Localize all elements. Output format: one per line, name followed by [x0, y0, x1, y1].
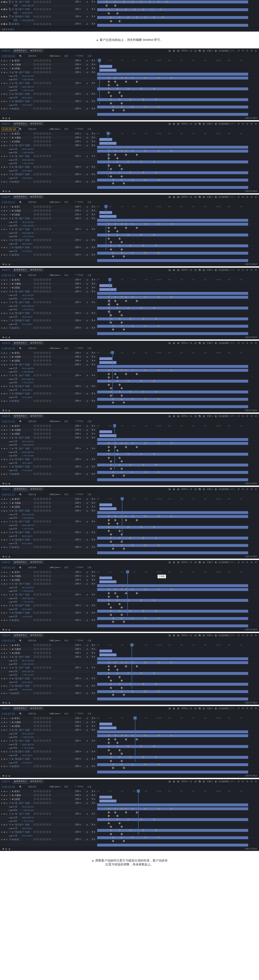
layer-name[interactable]: ★ "窗一窗户" 轮廓: [12, 729, 33, 732]
prop-value[interactable]: 301.0,184.5%: [22, 806, 34, 808]
layer-name[interactable]: [■ 建筑]: [12, 546, 33, 549]
layer-switches[interactable]: [33, 363, 51, 366]
layer-row[interactable]: ●■▸3★ [底型]正常 ▾⊙无 ▾: [0, 359, 97, 363]
keyframe-nav[interactable]: ◂ ◆ ▸: [9, 305, 13, 307]
layer-switches[interactable]: [33, 173, 51, 176]
keyframe-nav[interactable]: ◂ ◆ ▸: [9, 389, 13, 391]
keyframe-icon[interactable]: [116, 230, 118, 232]
current-timecode[interactable]: 0:00:01:12: [2, 493, 19, 496]
eye-icon[interactable]: ●: [0, 385, 3, 387]
lock-icon[interactable]: ■: [3, 254, 6, 256]
lock-icon[interactable]: ■: [3, 181, 6, 183]
switch-icon[interactable]: [46, 239, 48, 241]
views-dropdown[interactable]: 1个...: [231, 342, 236, 345]
eye-icon[interactable]: ●: [0, 433, 3, 435]
eye-icon[interactable]: ●: [0, 717, 3, 719]
timeline-track[interactable]: [97, 668, 259, 671]
blend-mode[interactable]: 正常 ▾: [75, 374, 82, 377]
layer-name[interactable]: ★ 大圆角: [12, 136, 33, 139]
lock-icon[interactable]: ■: [3, 648, 6, 650]
timeline-track[interactable]: [97, 306, 259, 310]
switch-icon[interactable]: [49, 385, 51, 387]
switch-icon[interactable]: [37, 246, 39, 248]
orbit-icon[interactable]: ⚙: [254, 488, 257, 491]
prop-value[interactable]: 100.5,190.7%: [22, 5, 34, 7]
layer-name[interactable]: ★ 遮罩1: [12, 59, 33, 62]
parent-link[interactable]: ⊙: [86, 466, 92, 468]
switch-icon[interactable]: [43, 531, 45, 533]
lock-icon[interactable]: ■: [3, 140, 6, 143]
switch-icon[interactable]: [46, 824, 48, 826]
expand-icon[interactable]: ▸: [6, 750, 8, 753]
switch-icon[interactable]: [34, 619, 36, 621]
keyframe-nav[interactable]: ◂ ◆ ▸: [9, 455, 13, 457]
timeline-track[interactable]: [97, 679, 259, 682]
layer-name[interactable]: ★ "窗三窗户" 轮廓: [12, 677, 33, 680]
lock-icon[interactable]: ■: [3, 740, 6, 742]
switch-icon[interactable]: [43, 217, 45, 220]
blend-mode[interactable]: 正常 ▾: [75, 582, 82, 585]
snapshot-icon[interactable]: 📷: [198, 488, 201, 491]
prop-scale[interactable]: 缩放: [13, 819, 20, 822]
switch-icon[interactable]: [46, 283, 48, 285]
prop-scale[interactable]: 缩放: [13, 162, 20, 165]
eye-icon[interactable]: ●: [0, 579, 3, 581]
lock-icon[interactable]: ■: [3, 64, 6, 66]
layer-switches[interactable]: [33, 725, 51, 727]
adjust-icon[interactable]: ⚙: [246, 49, 249, 52]
parent-dropdown[interactable]: 无 ▾: [92, 501, 97, 504]
layer-row[interactable]: ●■▸4★ "窗一窗户" 轮廓正常 ▾⊙无 ▾: [0, 655, 97, 659]
keyframe-icon[interactable]: [120, 760, 123, 762]
current-timecode[interactable]: 0:00:02:00: [2, 712, 19, 715]
parent-link[interactable]: ⊙: [86, 60, 92, 62]
property-row[interactable]: ◂ ◆ ▸位置474.0,268.0: [0, 323, 97, 326]
lock-icon[interactable]: ■: [3, 765, 6, 767]
clip[interactable]: [97, 296, 248, 299]
expand-icon[interactable]: ▸: [6, 612, 8, 614]
keyframe-icon[interactable]: [107, 668, 110, 671]
wrench-icon[interactable]: ⚙: [250, 196, 253, 199]
switch-icon[interactable]: [43, 210, 45, 212]
timeline-track[interactable]: [97, 766, 259, 770]
prop-value[interactable]: 301.0,184.5%: [22, 514, 34, 515]
prop-pos[interactable]: 位置: [13, 323, 20, 326]
switch-icon[interactable]: [43, 8, 45, 10]
expand-icon[interactable]: ▸: [6, 571, 8, 573]
property-row[interactable]: ◂ ◆ ▸位置100.5,190.7%: [0, 158, 97, 162]
switch-icon[interactable]: [49, 531, 51, 533]
switch-icon[interactable]: [43, 107, 45, 110]
layer-switches[interactable]: [33, 374, 51, 377]
property-row[interactable]: ◂ ◆ ▸位置293.5,268.0: [0, 535, 97, 538]
layer-row[interactable]: ●■▸7★ "窗四窗户" 轮廓正常 ▾⊙无 ▾: [0, 246, 97, 250]
prop-pos[interactable]: 位置: [13, 232, 20, 234]
property-row[interactable]: ◂ ◆ ▸位置301.0,184.5%: [0, 513, 97, 516]
draft-icon[interactable]: ⚙: [237, 196, 240, 199]
eye-icon[interactable]: ●: [0, 790, 3, 792]
lock-icon[interactable]: ■: [3, 692, 6, 694]
prop-pos[interactable]: 位置: [13, 221, 20, 224]
switch-icon[interactable]: [49, 498, 51, 500]
keyframe-nav[interactable]: ◂ ◆ ▸: [9, 78, 13, 81]
layer-name[interactable]: ★ 遮罩1: [12, 717, 33, 720]
timeline-track[interactable]: [97, 23, 259, 27]
keyframe-icon[interactable]: [123, 474, 125, 477]
property-row[interactable]: ◂ ◆ ▸位置301.0,184.5%: [0, 148, 97, 151]
switch-icon[interactable]: [43, 685, 45, 687]
switch-icon[interactable]: [37, 59, 39, 62]
parent-link[interactable]: ⊙: [86, 210, 92, 212]
prop-value[interactable]: 293.5,268.0: [22, 316, 32, 318]
timeline-track[interactable]: [97, 240, 259, 244]
keyframe-icon[interactable]: [107, 676, 110, 678]
expand-icon[interactable]: ▸: [6, 546, 8, 548]
expand-icon[interactable]: ▸: [6, 140, 8, 143]
parent-dropdown[interactable]: 无 ▾: [92, 619, 97, 622]
expand-icon[interactable]: ▸: [6, 458, 8, 460]
blend-mode[interactable]: 正常 ▾: [75, 132, 82, 135]
switch-icon[interactable]: [37, 392, 39, 395]
parent-dropdown[interactable]: 无 ▾: [92, 604, 97, 607]
blend-mode[interactable]: 正常 ▾: [75, 136, 82, 139]
keyframe-icon[interactable]: [116, 157, 118, 159]
layer-row[interactable]: ●■▸5★ "窗二窗户" 轮廓正常 ▾⊙无 ▾: [0, 666, 97, 670]
switch-icon[interactable]: [43, 246, 45, 248]
switch-icon[interactable]: [40, 71, 42, 73]
